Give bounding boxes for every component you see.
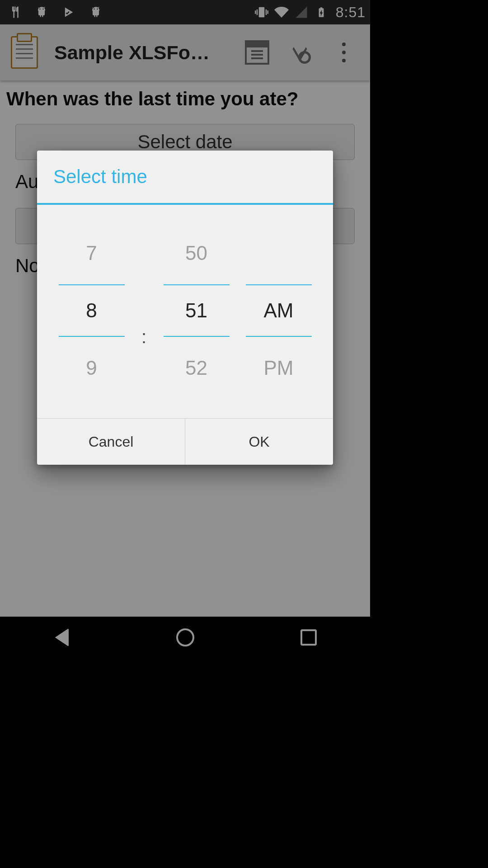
screen: 8:51 Sample XLSFo… When was the last tim… xyxy=(0,0,370,658)
hour-next[interactable]: 9 xyxy=(86,347,97,389)
minute-picker[interactable]: 50 51 52 xyxy=(164,232,230,389)
dialog-title: Select time xyxy=(37,151,333,203)
ok-button[interactable]: OK xyxy=(185,419,333,465)
dialog-buttons: Cancel OK xyxy=(37,418,333,465)
time-picker-dialog: Select time 7 8 9 : 50 51 52 AM xyxy=(37,151,333,465)
cancel-button[interactable]: Cancel xyxy=(37,419,185,465)
time-colon: : xyxy=(141,232,147,389)
picker-area: 7 8 9 : 50 51 52 AM PM xyxy=(37,205,333,418)
hour-prev[interactable]: 7 xyxy=(86,232,97,274)
hour-current[interactable]: 8 xyxy=(59,284,125,337)
minute-next[interactable]: 52 xyxy=(185,347,207,389)
hour-picker[interactable]: 7 8 9 xyxy=(59,232,125,389)
minute-prev[interactable]: 50 xyxy=(185,232,207,274)
ampm-picker[interactable]: AM PM xyxy=(246,232,312,389)
ampm-current[interactable]: AM xyxy=(246,284,312,337)
ampm-next[interactable]: PM xyxy=(264,347,294,389)
minute-current[interactable]: 51 xyxy=(164,284,230,337)
